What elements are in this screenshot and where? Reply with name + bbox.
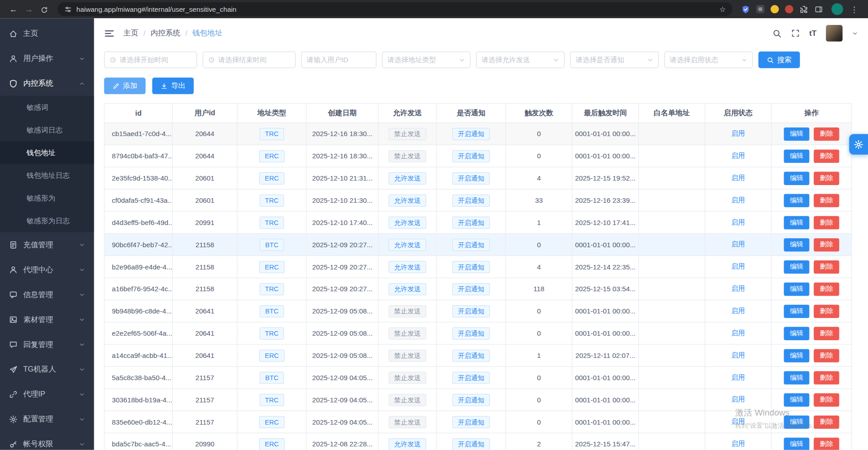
edit-button[interactable]: 编辑 [784, 260, 809, 273]
sidebar-item-7[interactable]: 回复管理 [0, 332, 94, 357]
delete-button[interactable]: 删除 [814, 171, 839, 185]
font-size-icon[interactable]: tT [809, 29, 816, 38]
delete-button[interactable]: 删除 [814, 216, 839, 229]
edit-button[interactable]: 编辑 [784, 327, 809, 340]
delete-button[interactable]: 删除 [814, 127, 839, 140]
edit-button[interactable]: 编辑 [784, 371, 809, 384]
sidebar-subitem-5[interactable]: 敏感形为日志 [0, 210, 94, 232]
sidebar-item-0[interactable]: 主页 [0, 21, 94, 46]
status-enabled-link[interactable]: 启用 [731, 263, 745, 270]
start-time-picker[interactable] [104, 52, 197, 68]
end-time-picker[interactable] [203, 52, 296, 68]
notify-select[interactable]: 请选择是否通知 [570, 52, 659, 68]
delete-button[interactable]: 删除 [814, 238, 839, 251]
shield-extension-icon[interactable] [741, 5, 750, 14]
delete-button[interactable]: 删除 [814, 327, 839, 340]
user-avatar[interactable] [826, 25, 843, 42]
menu-fold-icon[interactable] [104, 28, 115, 39]
sidebar-item-1[interactable]: 用户操作 [0, 46, 94, 71]
status-enabled-link[interactable]: 启用 [731, 196, 745, 204]
sidebar-subitem-2[interactable]: 钱包地址 [0, 141, 94, 164]
export-button[interactable]: 导出 [152, 78, 194, 94]
status-enabled-link[interactable]: 启用 [731, 351, 745, 359]
enable-status-select[interactable]: 请选择启用状态 [664, 52, 753, 68]
allow-send-select[interactable]: 请选择允许发送 [476, 52, 564, 68]
url-text[interactable]: haiwang.app/miwang#/internal/user_sensit… [77, 5, 715, 13]
edit-button[interactable]: 编辑 [784, 437, 809, 450]
sidebar-subitem-4[interactable]: 敏感形为 [0, 187, 94, 210]
status-enabled-link[interactable]: 启用 [731, 396, 745, 403]
delete-button[interactable]: 删除 [814, 304, 839, 318]
extensions-puzzle-icon[interactable] [800, 5, 809, 14]
sidebar-item-6[interactable]: 素材管理 [0, 307, 94, 332]
address-bar[interactable]: haiwang.app/miwang#/internal/user_sensit… [58, 2, 732, 16]
edit-button[interactable]: 编辑 [784, 415, 809, 428]
sidebar-item-4[interactable]: 代理中心 [0, 257, 94, 282]
delete-button[interactable]: 删除 [814, 437, 839, 450]
sidebar-item-11[interactable]: 帐号权限 [0, 431, 94, 450]
browser-back-button[interactable]: ← [5, 2, 21, 16]
status-enabled-link[interactable]: 启用 [731, 218, 745, 226]
sidebar-subitem-1[interactable]: 敏感词日志 [0, 118, 94, 141]
browser-forward-button[interactable]: → [21, 2, 36, 16]
delete-button[interactable]: 删除 [814, 415, 839, 428]
sidebar-subitem-3[interactable]: 钱包地址日志 [0, 164, 94, 187]
edit-button[interactable]: 编辑 [784, 304, 809, 318]
edit-button[interactable]: 编辑 [784, 238, 809, 251]
edit-button[interactable]: 编辑 [784, 393, 809, 406]
edit-button[interactable]: 编辑 [784, 171, 809, 185]
edit-button[interactable]: 编辑 [784, 194, 809, 207]
end-time-input[interactable] [218, 56, 290, 64]
chevron-down-icon[interactable] [852, 30, 858, 36]
sidebar-item-3[interactable]: 充值管理 [0, 232, 94, 257]
status-enabled-link[interactable]: 启用 [731, 285, 745, 293]
search-button[interactable]: 搜索 [758, 52, 800, 68]
extension-icon[interactable] [785, 5, 793, 13]
breadcrumb-internal-system[interactable]: 内控系统 [150, 28, 180, 38]
extension-icon[interactable] [756, 5, 764, 13]
extension-icon[interactable] [771, 5, 779, 13]
side-panel-icon[interactable] [815, 5, 824, 14]
delete-button[interactable]: 删除 [814, 371, 839, 384]
add-button[interactable]: 添加 [104, 78, 146, 94]
browser-menu-button[interactable]: ⋮ [849, 5, 859, 14]
delete-button[interactable]: 删除 [814, 260, 839, 273]
breadcrumb-home[interactable]: 主页 [123, 28, 138, 38]
browser-refresh-button[interactable] [37, 2, 52, 16]
start-time-input[interactable] [120, 56, 191, 64]
edit-button[interactable]: 编辑 [784, 282, 809, 295]
sidebar-item-2[interactable]: 内控系统 [0, 71, 94, 96]
status-enabled-link[interactable]: 启用 [731, 418, 745, 426]
address-type-select[interactable]: 请选择地址类型 [382, 52, 470, 68]
edit-button[interactable]: 编辑 [784, 127, 809, 140]
sidebar-item-10[interactable]: 配置管理 [0, 406, 94, 431]
status-enabled-link[interactable]: 启用 [731, 240, 745, 248]
status-enabled-link[interactable]: 启用 [731, 373, 745, 381]
delete-button[interactable]: 删除 [814, 149, 839, 162]
sidebar-item-5[interactable]: 信息管理 [0, 282, 94, 307]
sidebar-item-9[interactable]: 代理IP [0, 382, 94, 406]
sidebar-item-8[interactable]: TG机器人 [0, 357, 94, 382]
sidebar-subitem-0[interactable]: 敏感词 [0, 96, 94, 118]
status-enabled-link[interactable]: 启用 [731, 440, 745, 448]
site-settings-icon[interactable] [64, 5, 72, 13]
search-icon[interactable] [772, 29, 781, 38]
user-id-field[interactable] [301, 52, 376, 68]
delete-button[interactable]: 删除 [814, 194, 839, 207]
status-enabled-link[interactable]: 启用 [731, 152, 745, 160]
status-enabled-link[interactable]: 启用 [731, 329, 745, 337]
status-enabled-link[interactable]: 启用 [731, 130, 745, 137]
delete-button[interactable]: 删除 [814, 393, 839, 406]
delete-button[interactable]: 删除 [814, 349, 839, 362]
edit-button[interactable]: 编辑 [784, 149, 809, 162]
browser-profile-avatar[interactable] [831, 3, 843, 15]
status-enabled-link[interactable]: 启用 [731, 307, 745, 315]
bookmark-star-icon[interactable]: ☆ [719, 5, 726, 13]
fullscreen-icon[interactable] [791, 29, 800, 38]
edit-button[interactable]: 编辑 [784, 349, 809, 362]
delete-button[interactable]: 删除 [814, 282, 839, 295]
user-id-input[interactable] [307, 56, 371, 64]
edit-button[interactable]: 编辑 [784, 216, 809, 229]
settings-panel-button[interactable] [849, 134, 868, 155]
status-enabled-link[interactable]: 启用 [731, 174, 745, 181]
